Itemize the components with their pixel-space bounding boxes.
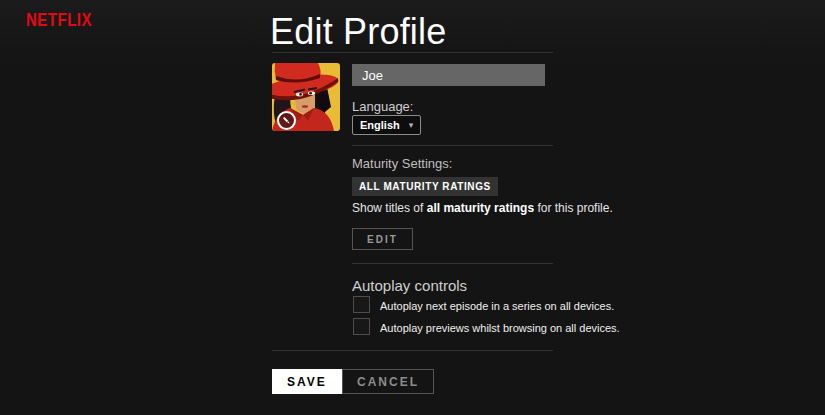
maturity-edit-button[interactable]: EDIT — [352, 228, 413, 250]
profile-avatar[interactable] — [272, 63, 340, 131]
maturity-description-prefix: Show titles of — [352, 201, 427, 215]
page-title: Edit Profile — [270, 11, 446, 53]
maturity-description-suffix: for this profile. — [534, 201, 613, 215]
language-selected-value: English — [360, 119, 400, 131]
maturity-rating-badge: ALL MATURITY RATINGS — [352, 177, 498, 196]
autoplay-next-episode-checkbox[interactable] — [353, 296, 370, 313]
maturity-description-bold: all maturity ratings — [427, 201, 534, 215]
divider — [352, 145, 553, 146]
chevron-down-icon: ▾ — [409, 121, 414, 130]
edit-profile-page: NETFLIX Edit Profile — [0, 0, 825, 415]
maturity-description: Show titles of all maturity ratings for … — [352, 201, 613, 215]
edit-avatar-button[interactable] — [277, 111, 296, 130]
pencil-icon — [282, 116, 291, 125]
divider — [272, 52, 553, 53]
profile-name-input[interactable] — [352, 64, 545, 86]
language-dropdown[interactable]: English ▾ — [352, 115, 421, 135]
divider — [272, 350, 553, 351]
divider — [352, 263, 553, 264]
netflix-logo[interactable]: NETFLIX — [26, 8, 92, 29]
autoplay-previews-label: Autoplay previews whilst browsing on all… — [380, 322, 620, 334]
autoplay-next-episode-label: Autoplay next episode in a series on all… — [380, 300, 614, 312]
autoplay-previews-checkbox[interactable] — [353, 318, 370, 335]
cancel-button[interactable]: CANCEL — [342, 369, 434, 394]
maturity-settings-label: Maturity Settings: — [352, 156, 452, 171]
language-label: Language: — [352, 99, 413, 114]
save-button[interactable]: SAVE — [272, 369, 342, 394]
autoplay-controls-heading: Autoplay controls — [352, 277, 467, 294]
